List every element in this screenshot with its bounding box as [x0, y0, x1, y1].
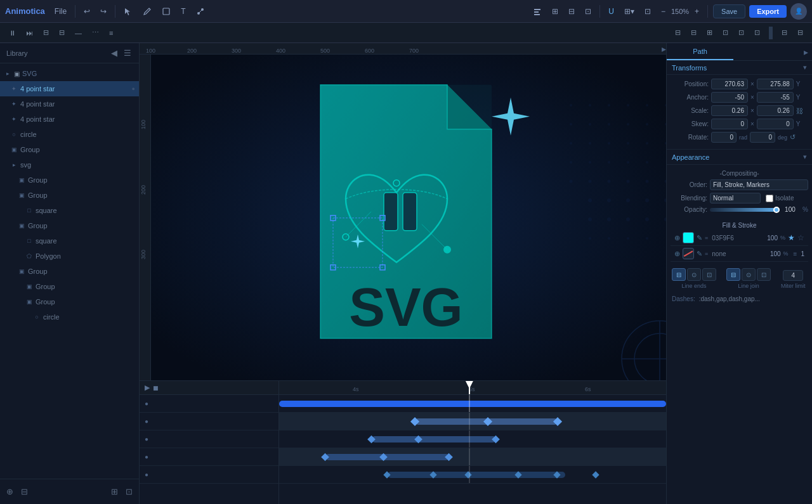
- line-join-miter[interactable]: ⊟: [726, 268, 740, 281]
- appearance-header[interactable]: Appearance ▾: [667, 150, 812, 165]
- timeline-track-1[interactable]: [279, 395, 666, 413]
- zoom-out[interactable]: −: [658, 5, 669, 18]
- format-align-left[interactable]: ⊟: [39, 27, 53, 39]
- scale-y-input[interactable]: [757, 105, 794, 116]
- layer-svg-group[interactable]: ▸ ▣ SVG: [0, 66, 139, 81]
- stroke-edit-btn[interactable]: ✎: [697, 250, 702, 258]
- redo-button[interactable]: ↪: [97, 5, 110, 18]
- scale-link-btn[interactable]: ⛓: [796, 107, 803, 115]
- sidebar-list-btn[interactable]: ☰: [122, 47, 133, 59]
- layer-group-3[interactable]: ▣ Group: [0, 188, 139, 203]
- stroke-color-swatch[interactable]: [683, 248, 694, 259]
- layer-circle-1[interactable]: ○ circle: [0, 127, 139, 142]
- crop-tool[interactable]: ⊡: [641, 5, 654, 18]
- layer-group-1[interactable]: ▣ Group: [0, 142, 139, 157]
- view-mode[interactable]: ⊞▾: [621, 5, 638, 18]
- layer-group-5[interactable]: ▣ Group: [0, 264, 139, 279]
- save-button[interactable]: Save: [713, 4, 745, 18]
- text-tool[interactable]: T: [178, 5, 188, 18]
- align-tool[interactable]: [530, 5, 545, 18]
- format-pause[interactable]: ⏸: [5, 27, 20, 39]
- select-tool[interactable]: [121, 5, 136, 18]
- distribute-tool[interactable]: ⊞: [549, 5, 561, 18]
- rotate-reset-btn[interactable]: ↺: [790, 133, 796, 141]
- timeline-track-3[interactable]: [279, 430, 666, 448]
- order-select[interactable]: Fill, Stroke, Markers: [710, 179, 808, 190]
- format-more[interactable]: ≡: [105, 27, 117, 39]
- format-align-middle[interactable]: ⊟: [794, 27, 807, 39]
- format-layout-4[interactable]: ⊡: [719, 27, 732, 39]
- line-join-round[interactable]: ⊙: [742, 268, 756, 281]
- format-align-right[interactable]: —: [71, 27, 86, 39]
- line-end-round[interactable]: ⊙: [687, 268, 701, 281]
- skew-x-input[interactable]: [711, 119, 748, 129]
- fill-color-swatch[interactable]: [683, 232, 694, 243]
- layer-square-1[interactable]: □ square: [0, 203, 139, 218]
- pen-tool[interactable]: [140, 5, 155, 18]
- timeline-track-5[interactable]: [279, 466, 666, 484]
- layer-polygon[interactable]: ⬠ Polygon: [0, 249, 139, 264]
- layer-group-4[interactable]: ▣ Group: [0, 218, 139, 233]
- isolate-checkbox[interactable]: [766, 195, 773, 202]
- layer-square-2[interactable]: □ square: [0, 233, 139, 249]
- format-layout-5[interactable]: ⊡: [735, 27, 748, 39]
- line-end-square[interactable]: ⊡: [702, 268, 716, 281]
- frame-tool[interactable]: ⊡: [582, 5, 594, 18]
- layer-group-7[interactable]: ▣ Group: [0, 294, 139, 309]
- scale-x-input[interactable]: [711, 105, 748, 116]
- tab-path[interactable]: Path: [667, 43, 733, 60]
- format-align-center[interactable]: ⊟: [55, 27, 69, 39]
- undo-button[interactable]: ↩: [81, 5, 93, 18]
- format-dots[interactable]: ⋯: [88, 27, 103, 39]
- opacity-slider[interactable]: [710, 208, 780, 212]
- node-tool[interactable]: [193, 5, 208, 18]
- format-layout-3[interactable]: ⊞: [703, 27, 716, 39]
- position-x-input[interactable]: [711, 79, 748, 89]
- format-layout-2[interactable]: ⊟: [687, 27, 700, 39]
- fill-star-filled[interactable]: ★: [788, 233, 795, 242]
- sidebar-bottom-icon-4[interactable]: ⊡: [124, 486, 134, 498]
- layer-4point-star-2[interactable]: ✦ 4 point star: [0, 96, 139, 112]
- anchor-x-input[interactable]: [711, 92, 748, 103]
- user-avatar[interactable]: 👤: [790, 3, 807, 20]
- zoom-in[interactable]: +: [691, 5, 702, 18]
- transforms-header[interactable]: Transforms ▾: [667, 61, 812, 75]
- format-align-top[interactable]: ⊟: [778, 27, 791, 39]
- format-step[interactable]: ⏭: [22, 27, 37, 39]
- ruler-expand-btn[interactable]: ▸: [662, 44, 666, 54]
- miter-limit-input[interactable]: [783, 270, 803, 281]
- rotate-val-input[interactable]: [711, 132, 737, 143]
- timeline-stop-btn[interactable]: ⏹: [152, 384, 159, 392]
- export-button[interactable]: Export: [749, 5, 787, 18]
- anchor-y-input[interactable]: [757, 92, 794, 103]
- layer-group-2[interactable]: ▣ Group: [0, 172, 139, 188]
- line-join-bevel[interactable]: ⊡: [757, 268, 771, 281]
- timeline-tracks-main[interactable]: 4s 5s 6s: [279, 381, 666, 504]
- blending-select[interactable]: Normal: [710, 193, 761, 204]
- sidebar-bottom-icon-3[interactable]: ⊞: [110, 486, 119, 498]
- format-layout-6[interactable]: ⊡: [750, 27, 764, 39]
- position-y-input[interactable]: [757, 79, 794, 89]
- layer-4point-star-3[interactable]: ✦ 4 point star: [0, 112, 139, 127]
- timeline-track-4[interactable]: [279, 448, 666, 466]
- canvas-content[interactable]: SVG 10: [140, 55, 666, 380]
- panel-collapse-btn[interactable]: ▸: [800, 43, 812, 60]
- skew-y-input[interactable]: [757, 119, 794, 129]
- line-end-butt[interactable]: ⊟: [672, 268, 686, 281]
- rotate-deg-input[interactable]: [750, 132, 775, 143]
- layer-group-6[interactable]: ▣ Group: [0, 279, 139, 294]
- fill-visibility-btn[interactable]: ⊕: [674, 234, 680, 242]
- fill-star-empty[interactable]: ☆: [797, 233, 804, 242]
- file-menu[interactable]: File: [51, 5, 70, 18]
- format-layout-1[interactable]: ⊟: [671, 27, 684, 39]
- underline-tool[interactable]: U: [605, 5, 617, 18]
- keyframe-5-6[interactable]: [593, 471, 599, 478]
- sidebar-collapse-btn[interactable]: ◀: [110, 47, 119, 59]
- layer-4point-star-1[interactable]: ✦ 4 point star ●: [0, 81, 139, 96]
- shape-tool[interactable]: [159, 5, 174, 18]
- tab-transforms[interactable]: [733, 43, 800, 60]
- timeline-track-2[interactable]: [279, 413, 666, 430]
- fill-edit-btn[interactable]: ✎: [697, 234, 702, 242]
- timeline-play-btn[interactable]: ▶: [145, 384, 150, 392]
- sidebar-bottom-icon-1[interactable]: ⊕: [5, 486, 15, 498]
